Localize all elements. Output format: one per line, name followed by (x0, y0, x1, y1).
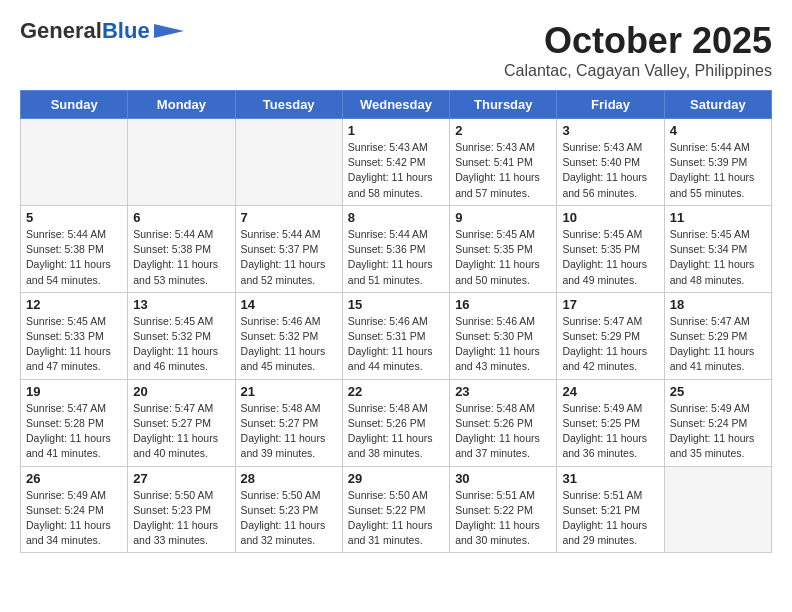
day-info: Sunrise: 5:45 AM Sunset: 5:35 PM Dayligh… (455, 227, 551, 288)
day-info: Sunrise: 5:47 AM Sunset: 5:28 PM Dayligh… (26, 401, 122, 462)
calendar-cell: 6Sunrise: 5:44 AM Sunset: 5:38 PM Daylig… (128, 205, 235, 292)
day-info: Sunrise: 5:44 AM Sunset: 5:39 PM Dayligh… (670, 140, 766, 201)
calendar-header: SundayMondayTuesdayWednesdayThursdayFrid… (21, 91, 772, 119)
calendar-cell: 10Sunrise: 5:45 AM Sunset: 5:35 PM Dayli… (557, 205, 664, 292)
calendar-cell: 28Sunrise: 5:50 AM Sunset: 5:23 PM Dayli… (235, 466, 342, 553)
day-info: Sunrise: 5:45 AM Sunset: 5:35 PM Dayligh… (562, 227, 658, 288)
calendar-week-row: 26Sunrise: 5:49 AM Sunset: 5:24 PM Dayli… (21, 466, 772, 553)
day-info: Sunrise: 5:48 AM Sunset: 5:26 PM Dayligh… (348, 401, 444, 462)
day-info: Sunrise: 5:45 AM Sunset: 5:34 PM Dayligh… (670, 227, 766, 288)
calendar-cell: 7Sunrise: 5:44 AM Sunset: 5:37 PM Daylig… (235, 205, 342, 292)
day-info: Sunrise: 5:44 AM Sunset: 5:37 PM Dayligh… (241, 227, 337, 288)
day-number: 17 (562, 297, 658, 312)
day-info: Sunrise: 5:46 AM Sunset: 5:30 PM Dayligh… (455, 314, 551, 375)
day-info: Sunrise: 5:44 AM Sunset: 5:38 PM Dayligh… (133, 227, 229, 288)
day-info: Sunrise: 5:47 AM Sunset: 5:29 PM Dayligh… (562, 314, 658, 375)
calendar-week-row: 1Sunrise: 5:43 AM Sunset: 5:42 PM Daylig… (21, 119, 772, 206)
day-info: Sunrise: 5:46 AM Sunset: 5:31 PM Dayligh… (348, 314, 444, 375)
day-number: 4 (670, 123, 766, 138)
logo-text: GeneralBlue (20, 20, 150, 42)
logo: GeneralBlue (20, 20, 184, 42)
month-title: October 2025 (504, 20, 772, 62)
day-info: Sunrise: 5:43 AM Sunset: 5:41 PM Dayligh… (455, 140, 551, 201)
day-number: 6 (133, 210, 229, 225)
calendar-week-row: 5Sunrise: 5:44 AM Sunset: 5:38 PM Daylig… (21, 205, 772, 292)
calendar-cell (664, 466, 771, 553)
day-info: Sunrise: 5:50 AM Sunset: 5:23 PM Dayligh… (241, 488, 337, 549)
calendar-cell: 3Sunrise: 5:43 AM Sunset: 5:40 PM Daylig… (557, 119, 664, 206)
weekday-header: Wednesday (342, 91, 449, 119)
day-number: 29 (348, 471, 444, 486)
weekday-header: Sunday (21, 91, 128, 119)
day-number: 20 (133, 384, 229, 399)
logo-icon (154, 24, 184, 38)
weekday-header: Saturday (664, 91, 771, 119)
calendar-cell: 19Sunrise: 5:47 AM Sunset: 5:28 PM Dayli… (21, 379, 128, 466)
day-number: 28 (241, 471, 337, 486)
day-info: Sunrise: 5:51 AM Sunset: 5:21 PM Dayligh… (562, 488, 658, 549)
day-info: Sunrise: 5:48 AM Sunset: 5:26 PM Dayligh… (455, 401, 551, 462)
calendar-table: SundayMondayTuesdayWednesdayThursdayFrid… (20, 90, 772, 553)
title-block: October 2025 Calantac, Cagayan Valley, P… (504, 20, 772, 80)
calendar-cell: 17Sunrise: 5:47 AM Sunset: 5:29 PM Dayli… (557, 292, 664, 379)
calendar-cell: 13Sunrise: 5:45 AM Sunset: 5:32 PM Dayli… (128, 292, 235, 379)
calendar-cell: 9Sunrise: 5:45 AM Sunset: 5:35 PM Daylig… (450, 205, 557, 292)
day-info: Sunrise: 5:51 AM Sunset: 5:22 PM Dayligh… (455, 488, 551, 549)
calendar-cell (128, 119, 235, 206)
weekday-header: Tuesday (235, 91, 342, 119)
day-number: 5 (26, 210, 122, 225)
day-number: 24 (562, 384, 658, 399)
calendar-cell: 16Sunrise: 5:46 AM Sunset: 5:30 PM Dayli… (450, 292, 557, 379)
day-number: 16 (455, 297, 551, 312)
calendar-cell: 31Sunrise: 5:51 AM Sunset: 5:21 PM Dayli… (557, 466, 664, 553)
day-info: Sunrise: 5:47 AM Sunset: 5:29 PM Dayligh… (670, 314, 766, 375)
day-number: 12 (26, 297, 122, 312)
day-info: Sunrise: 5:43 AM Sunset: 5:42 PM Dayligh… (348, 140, 444, 201)
day-number: 15 (348, 297, 444, 312)
day-info: Sunrise: 5:49 AM Sunset: 5:24 PM Dayligh… (670, 401, 766, 462)
day-number: 26 (26, 471, 122, 486)
day-number: 27 (133, 471, 229, 486)
calendar-cell (21, 119, 128, 206)
calendar-cell: 18Sunrise: 5:47 AM Sunset: 5:29 PM Dayli… (664, 292, 771, 379)
weekday-row: SundayMondayTuesdayWednesdayThursdayFrid… (21, 91, 772, 119)
day-info: Sunrise: 5:43 AM Sunset: 5:40 PM Dayligh… (562, 140, 658, 201)
calendar-cell: 30Sunrise: 5:51 AM Sunset: 5:22 PM Dayli… (450, 466, 557, 553)
calendar-cell: 23Sunrise: 5:48 AM Sunset: 5:26 PM Dayli… (450, 379, 557, 466)
svg-marker-0 (154, 24, 184, 38)
calendar-cell: 11Sunrise: 5:45 AM Sunset: 5:34 PM Dayli… (664, 205, 771, 292)
day-info: Sunrise: 5:48 AM Sunset: 5:27 PM Dayligh… (241, 401, 337, 462)
calendar-cell: 27Sunrise: 5:50 AM Sunset: 5:23 PM Dayli… (128, 466, 235, 553)
weekday-header: Thursday (450, 91, 557, 119)
day-info: Sunrise: 5:47 AM Sunset: 5:27 PM Dayligh… (133, 401, 229, 462)
calendar-cell: 21Sunrise: 5:48 AM Sunset: 5:27 PM Dayli… (235, 379, 342, 466)
day-number: 30 (455, 471, 551, 486)
calendar-cell: 20Sunrise: 5:47 AM Sunset: 5:27 PM Dayli… (128, 379, 235, 466)
day-info: Sunrise: 5:46 AM Sunset: 5:32 PM Dayligh… (241, 314, 337, 375)
calendar-cell: 12Sunrise: 5:45 AM Sunset: 5:33 PM Dayli… (21, 292, 128, 379)
day-number: 31 (562, 471, 658, 486)
calendar-week-row: 19Sunrise: 5:47 AM Sunset: 5:28 PM Dayli… (21, 379, 772, 466)
location-title: Calantac, Cagayan Valley, Philippines (504, 62, 772, 80)
calendar-cell: 5Sunrise: 5:44 AM Sunset: 5:38 PM Daylig… (21, 205, 128, 292)
day-info: Sunrise: 5:44 AM Sunset: 5:38 PM Dayligh… (26, 227, 122, 288)
calendar-week-row: 12Sunrise: 5:45 AM Sunset: 5:33 PM Dayli… (21, 292, 772, 379)
day-number: 13 (133, 297, 229, 312)
calendar-cell: 22Sunrise: 5:48 AM Sunset: 5:26 PM Dayli… (342, 379, 449, 466)
day-info: Sunrise: 5:50 AM Sunset: 5:22 PM Dayligh… (348, 488, 444, 549)
calendar-cell: 29Sunrise: 5:50 AM Sunset: 5:22 PM Dayli… (342, 466, 449, 553)
calendar-body: 1Sunrise: 5:43 AM Sunset: 5:42 PM Daylig… (21, 119, 772, 553)
day-number: 14 (241, 297, 337, 312)
day-number: 9 (455, 210, 551, 225)
day-info: Sunrise: 5:44 AM Sunset: 5:36 PM Dayligh… (348, 227, 444, 288)
day-info: Sunrise: 5:49 AM Sunset: 5:24 PM Dayligh… (26, 488, 122, 549)
calendar-cell: 8Sunrise: 5:44 AM Sunset: 5:36 PM Daylig… (342, 205, 449, 292)
day-number: 21 (241, 384, 337, 399)
calendar-cell: 14Sunrise: 5:46 AM Sunset: 5:32 PM Dayli… (235, 292, 342, 379)
day-number: 10 (562, 210, 658, 225)
calendar-cell: 24Sunrise: 5:49 AM Sunset: 5:25 PM Dayli… (557, 379, 664, 466)
day-number: 22 (348, 384, 444, 399)
calendar-cell: 26Sunrise: 5:49 AM Sunset: 5:24 PM Dayli… (21, 466, 128, 553)
day-number: 7 (241, 210, 337, 225)
calendar-cell: 15Sunrise: 5:46 AM Sunset: 5:31 PM Dayli… (342, 292, 449, 379)
